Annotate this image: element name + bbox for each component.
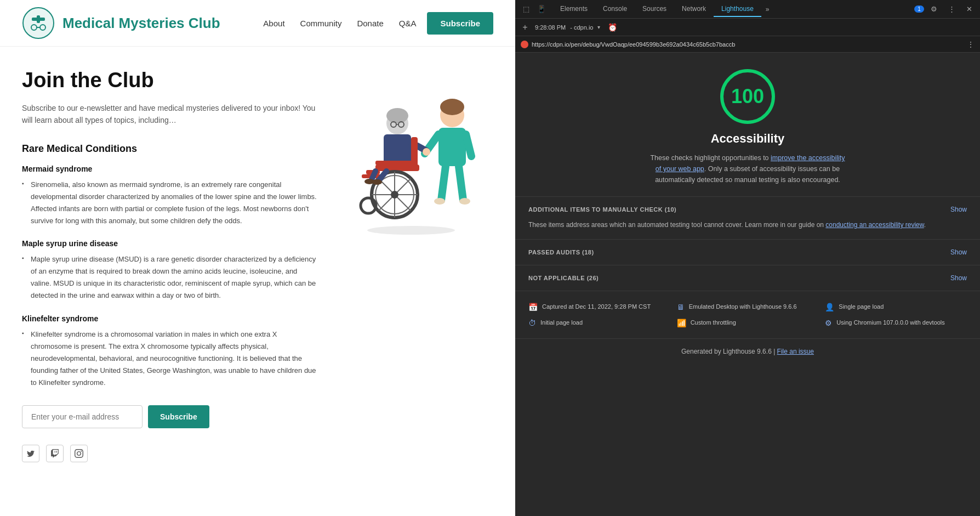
timestamp-display: 9:28:08 PM [535, 24, 566, 31]
audit-body-manual: These items address areas which an autom… [528, 220, 967, 230]
email-input[interactable] [22, 405, 143, 428]
audit-section-na: NOT APPLICABLE (26) Show [515, 265, 980, 291]
condition-text-2: Klinefelter syndrome is a chromosomal va… [22, 328, 318, 389]
audit-show-na[interactable]: Show [950, 274, 967, 282]
url-dropdown-arrow[interactable]: ▾ [597, 24, 600, 30]
nav-community[interactable]: Community [300, 19, 342, 28]
meta-chromium-text: Using Chromium 107.0.0.0 with devtools [836, 318, 944, 327]
audit-show-passed[interactable]: Show [950, 248, 967, 256]
new-tab-icon[interactable]: + [520, 22, 531, 32]
timer-icon[interactable]: ⏰ [608, 23, 617, 32]
content-left: Join the Club Subscribe to our e-newslet… [22, 69, 318, 462]
subscribe-button[interactable]: Subscribe [148, 405, 209, 428]
svg-line-10 [466, 134, 471, 156]
svg-rect-20 [384, 134, 411, 165]
audit-body-link[interactable]: conducting an accessibility review [825, 221, 924, 229]
audit-section-passed: PASSED AUDITS (18) Show [515, 239, 980, 265]
lighthouse-title: Accessibility [711, 132, 785, 146]
condition-text-0: Sirenomelia, also known as mermaid syndr… [22, 179, 318, 227]
audit-body-after: . [924, 221, 926, 229]
desktop-icon: 🖥 [677, 303, 685, 311]
svg-line-11 [441, 166, 446, 200]
nav-about[interactable]: About [263, 19, 284, 28]
nav-subscribe-button[interactable]: Subscribe [427, 12, 493, 35]
condition-title-2: Klinefelter syndrome [22, 314, 318, 323]
twitter-icon[interactable] [22, 445, 39, 462]
tab-sources[interactable]: Sources [635, 2, 674, 17]
audit-header-manual[interactable]: ADDITIONAL ITEMS TO MANUALLY CHECK (10) … [528, 206, 967, 213]
lighthouse-generator: Generated by Lighthouse 9.6.6 | File an … [515, 338, 980, 364]
devtools-more-icon[interactable]: ⋮ [945, 3, 958, 16]
audit-header-passed[interactable]: PASSED AUDITS (18) Show [528, 248, 967, 256]
page-heading: Join the Club [22, 69, 318, 92]
meta-throttling: 📶 Custom throttling [677, 318, 819, 327]
nav-qa[interactable]: Q&A [399, 19, 417, 28]
audit-section-manual: ADDITIONAL ITEMS TO MANUALLY CHECK (10) … [515, 196, 980, 239]
lighthouse-footer: 📅 Captured at Dec 11, 2022, 9:28 PM CST … [515, 291, 980, 338]
audit-body-text: These items address areas which an autom… [528, 221, 825, 229]
score-value: 100 [731, 85, 764, 108]
condition-klinefelter: Klinefelter syndrome Klinefelter syndrom… [22, 314, 318, 389]
condition-maple: Maple syrup urine disease Maple syrup ur… [22, 239, 318, 302]
social-icons [22, 445, 318, 462]
instagram-icon[interactable] [70, 445, 88, 462]
wheelchair-illustration [345, 80, 488, 255]
devtools-panel: ⬚ 📱 Elements Console Sources Network Lig… [515, 0, 980, 516]
devtools-inspect-icon[interactable]: ⬚ [520, 3, 533, 16]
devtools-tabs: Elements Console Sources Network Lightho… [552, 2, 774, 17]
condition-title-1: Maple syrup urine disease [22, 239, 318, 248]
tab-console[interactable]: Console [595, 2, 635, 17]
illustration-container [340, 69, 493, 462]
tab-lighthouse[interactable]: Lighthouse [714, 2, 761, 17]
svg-point-13 [434, 198, 445, 205]
svg-point-14 [459, 198, 470, 205]
lighthouse-description: These checks highlight opportunities to … [649, 152, 846, 185]
svg-rect-2 [37, 15, 40, 23]
audit-show-manual[interactable]: Show [950, 206, 967, 213]
nav-links: About Community Donate Q&A [263, 19, 416, 28]
meta-emulated: 🖥 Emulated Desktop with Lighthouse 9.6.6 [677, 302, 819, 311]
meta-initial-load-text: Initial page load [540, 318, 583, 327]
audit-label-manual: ADDITIONAL ITEMS TO MANUALLY CHECK (10) [528, 206, 676, 213]
meta-initial-load: ⏱ Initial page load [528, 318, 670, 327]
svg-point-32 [391, 191, 398, 199]
signal-icon: 📶 [677, 319, 686, 327]
site-favicon [521, 41, 528, 48]
logo-icon [22, 7, 55, 39]
calendar-icon: 📅 [528, 303, 538, 311]
website-panel: Medical Mysteries Club About Community D… [0, 0, 515, 516]
nav-donate[interactable]: Donate [357, 19, 383, 28]
meta-single-page-text: Single page load [839, 302, 884, 311]
devtools-device-icon[interactable]: 📱 [535, 3, 548, 16]
main-content: Join the Club Subscribe to our e-newslet… [0, 47, 515, 484]
tab-elements[interactable]: Elements [552, 2, 595, 17]
svg-point-22 [423, 148, 430, 156]
score-section: 100 Accessibility These checks highlight… [515, 53, 980, 196]
svg-line-12 [459, 166, 463, 200]
tab-network[interactable]: Network [674, 2, 714, 17]
section-title: Rare Medical Conditions [22, 143, 318, 155]
address-menu-icon[interactable]: ⋮ [967, 40, 975, 49]
tabs-more-icon[interactable]: » [761, 2, 774, 16]
devtools-settings-icon[interactable]: ⚙ [927, 3, 941, 16]
devtools-close-icon[interactable]: ✕ [962, 3, 976, 16]
devtools-urlbar: + 9:28:08 PM - cdpn.io ▾ ⏰ [515, 19, 980, 36]
svg-point-40 [367, 226, 455, 235]
full-url-display: https://cdpn.io/pen/debug/VwdOaqp/ee0945… [532, 41, 964, 48]
meta-emulated-text: Emulated Desktop with Lighthouse 9.6.6 [689, 302, 797, 311]
audit-header-na[interactable]: NOT APPLICABLE (26) Show [528, 274, 967, 282]
meta-single-page: 👤 Single page load [825, 302, 967, 311]
score-circle: 100 [720, 69, 775, 124]
condition-mermaid: Mermaid syndrome Sirenomelia, also known… [22, 165, 318, 227]
site-title: Medical Mysteries Club [62, 15, 220, 32]
svg-point-16 [386, 108, 408, 123]
desc-text-1: These checks highlight opportunities to [650, 154, 771, 162]
svg-rect-25 [375, 161, 414, 165]
audit-label-passed: PASSED AUDITS (18) [528, 249, 594, 256]
audit-label-na: NOT APPLICABLE (26) [528, 275, 599, 281]
gear-meta-icon: ⚙ [825, 319, 832, 327]
twitch-icon[interactable] [46, 445, 64, 462]
svg-rect-8 [438, 128, 466, 166]
url-domain: - cdpn.io [570, 24, 593, 31]
file-issue-link[interactable]: File an issue [777, 348, 814, 355]
